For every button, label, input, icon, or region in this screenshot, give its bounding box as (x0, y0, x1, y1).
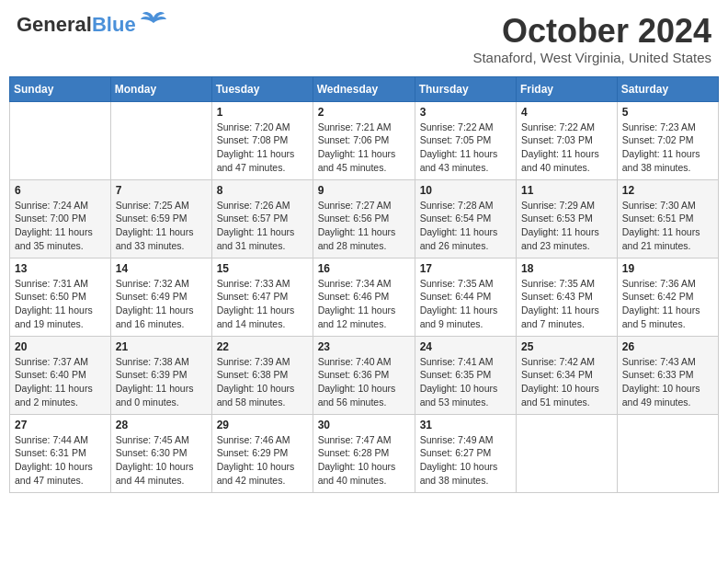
day-number: 7 (116, 184, 207, 197)
day-info: Sunrise: 7:46 AM Sunset: 6:29 PM Dayligh… (217, 433, 308, 488)
day-number: 6 (15, 184, 106, 197)
calendar-cell: 30Sunrise: 7:47 AM Sunset: 6:28 PM Dayli… (313, 414, 415, 492)
day-info: Sunrise: 7:25 AM Sunset: 6:59 PM Dayligh… (116, 199, 207, 253)
day-number: 13 (15, 262, 106, 275)
calendar-cell: 31Sunrise: 7:49 AM Sunset: 6:27 PM Dayli… (415, 414, 516, 492)
calendar-day-header: Saturday (617, 76, 718, 101)
day-info: Sunrise: 7:31 AM Sunset: 6:50 PM Dayligh… (15, 277, 106, 331)
calendar-week-row: 1Sunrise: 7:20 AM Sunset: 7:08 PM Daylig… (10, 101, 719, 179)
page-header: GeneralBlue October 2024 Stanaford, West… (9, 9, 719, 69)
day-number: 12 (622, 184, 713, 197)
day-info: Sunrise: 7:21 AM Sunset: 7:06 PM Dayligh… (318, 121, 410, 175)
calendar-cell: 8Sunrise: 7:26 AM Sunset: 6:57 PM Daylig… (211, 179, 313, 258)
calendar-cell: 11Sunrise: 7:29 AM Sunset: 6:53 PM Dayli… (517, 179, 618, 258)
calendar-cell: 10Sunrise: 7:28 AM Sunset: 6:54 PM Dayli… (415, 179, 516, 258)
calendar-cell (10, 101, 111, 179)
day-info: Sunrise: 7:37 AM Sunset: 6:40 PM Dayligh… (15, 355, 106, 409)
calendar-cell: 7Sunrise: 7:25 AM Sunset: 6:59 PM Daylig… (110, 179, 211, 258)
day-info: Sunrise: 7:47 AM Sunset: 6:28 PM Dayligh… (318, 433, 410, 488)
day-info: Sunrise: 7:29 AM Sunset: 6:53 PM Dayligh… (521, 199, 612, 253)
day-number: 8 (217, 184, 308, 197)
day-number: 17 (420, 262, 511, 275)
calendar-cell: 12Sunrise: 7:30 AM Sunset: 6:51 PM Dayli… (617, 179, 718, 258)
day-number: 31 (420, 419, 511, 431)
day-number: 23 (318, 340, 410, 353)
day-number: 29 (217, 419, 308, 431)
calendar-cell (517, 414, 618, 492)
calendar-cell: 2Sunrise: 7:21 AM Sunset: 7:06 PM Daylig… (313, 101, 415, 179)
calendar-cell (617, 414, 718, 492)
calendar-cell: 17Sunrise: 7:35 AM Sunset: 6:44 PM Dayli… (415, 258, 516, 336)
day-number: 27 (15, 419, 106, 431)
day-number: 19 (622, 262, 713, 275)
calendar-week-row: 13Sunrise: 7:31 AM Sunset: 6:50 PM Dayli… (10, 258, 719, 336)
calendar-cell: 4Sunrise: 7:22 AM Sunset: 7:03 PM Daylig… (517, 101, 618, 179)
calendar-cell: 16Sunrise: 7:34 AM Sunset: 6:46 PM Dayli… (313, 258, 415, 336)
calendar-cell: 25Sunrise: 7:42 AM Sunset: 6:34 PM Dayli… (517, 336, 618, 414)
title-section: October 2024 Stanaford, West Virginia, U… (472, 13, 711, 65)
day-info: Sunrise: 7:35 AM Sunset: 6:44 PM Dayligh… (420, 277, 511, 331)
calendar-cell: 15Sunrise: 7:33 AM Sunset: 6:47 PM Dayli… (211, 258, 313, 336)
day-number: 26 (622, 340, 713, 353)
day-info: Sunrise: 7:35 AM Sunset: 6:43 PM Dayligh… (521, 277, 612, 331)
calendar-cell: 24Sunrise: 7:41 AM Sunset: 6:35 PM Dayli… (415, 336, 516, 414)
day-info: Sunrise: 7:43 AM Sunset: 6:33 PM Dayligh… (622, 355, 713, 409)
logo-bird-icon (141, 10, 166, 30)
calendar-header-row: SundayMondayTuesdayWednesdayThursdayFrid… (10, 76, 719, 101)
calendar-cell: 3Sunrise: 7:22 AM Sunset: 7:05 PM Daylig… (415, 101, 516, 179)
calendar-cell: 6Sunrise: 7:24 AM Sunset: 7:00 PM Daylig… (10, 179, 111, 258)
day-info: Sunrise: 7:22 AM Sunset: 7:05 PM Dayligh… (420, 121, 511, 175)
day-number: 22 (217, 340, 308, 353)
logo: GeneralBlue (17, 13, 166, 37)
day-number: 20 (15, 340, 106, 353)
day-info: Sunrise: 7:42 AM Sunset: 6:34 PM Dayligh… (521, 355, 612, 409)
day-number: 3 (420, 106, 511, 119)
calendar-day-header: Tuesday (211, 76, 313, 101)
calendar-day-header: Wednesday (313, 76, 415, 101)
calendar-week-row: 20Sunrise: 7:37 AM Sunset: 6:40 PM Dayli… (10, 336, 719, 414)
calendar-cell: 28Sunrise: 7:45 AM Sunset: 6:30 PM Dayli… (110, 414, 211, 492)
calendar-cell: 23Sunrise: 7:40 AM Sunset: 6:36 PM Dayli… (313, 336, 415, 414)
day-info: Sunrise: 7:40 AM Sunset: 6:36 PM Dayligh… (318, 355, 410, 409)
day-number: 10 (420, 184, 511, 197)
day-info: Sunrise: 7:22 AM Sunset: 7:03 PM Dayligh… (521, 121, 612, 175)
calendar-day-header: Friday (517, 76, 618, 101)
day-number: 2 (318, 106, 410, 119)
location-title: Stanaford, West Virginia, United States (472, 50, 711, 65)
day-info: Sunrise: 7:44 AM Sunset: 6:31 PM Dayligh… (15, 433, 106, 488)
day-number: 1 (217, 106, 308, 119)
day-info: Sunrise: 7:49 AM Sunset: 6:27 PM Dayligh… (420, 433, 511, 488)
day-info: Sunrise: 7:27 AM Sunset: 6:56 PM Dayligh… (318, 199, 410, 253)
day-info: Sunrise: 7:39 AM Sunset: 6:38 PM Dayligh… (217, 355, 308, 409)
day-number: 28 (116, 419, 207, 431)
day-number: 14 (116, 262, 207, 275)
day-number: 24 (420, 340, 511, 353)
calendar-cell: 5Sunrise: 7:23 AM Sunset: 7:02 PM Daylig… (617, 101, 718, 179)
month-title: October 2024 (472, 13, 711, 50)
calendar-cell: 20Sunrise: 7:37 AM Sunset: 6:40 PM Dayli… (10, 336, 111, 414)
day-number: 5 (622, 106, 713, 119)
day-number: 11 (521, 184, 612, 197)
day-info: Sunrise: 7:26 AM Sunset: 6:57 PM Dayligh… (217, 199, 308, 253)
day-info: Sunrise: 7:30 AM Sunset: 6:51 PM Dayligh… (622, 199, 713, 253)
day-info: Sunrise: 7:36 AM Sunset: 6:42 PM Dayligh… (622, 277, 713, 331)
calendar-cell: 13Sunrise: 7:31 AM Sunset: 6:50 PM Dayli… (10, 258, 111, 336)
day-number: 25 (521, 340, 612, 353)
calendar-cell: 19Sunrise: 7:36 AM Sunset: 6:42 PM Dayli… (617, 258, 718, 336)
day-number: 15 (217, 262, 308, 275)
day-number: 30 (318, 419, 410, 431)
day-info: Sunrise: 7:33 AM Sunset: 6:47 PM Dayligh… (217, 277, 308, 331)
day-info: Sunrise: 7:20 AM Sunset: 7:08 PM Dayligh… (217, 121, 308, 175)
calendar-cell: 27Sunrise: 7:44 AM Sunset: 6:31 PM Dayli… (10, 414, 111, 492)
day-number: 18 (521, 262, 612, 275)
calendar-cell: 9Sunrise: 7:27 AM Sunset: 6:56 PM Daylig… (313, 179, 415, 258)
calendar-day-header: Monday (110, 76, 211, 101)
day-number: 21 (116, 340, 207, 353)
day-info: Sunrise: 7:28 AM Sunset: 6:54 PM Dayligh… (420, 199, 511, 253)
calendar-cell: 21Sunrise: 7:38 AM Sunset: 6:39 PM Dayli… (110, 336, 211, 414)
calendar-table: SundayMondayTuesdayWednesdayThursdayFrid… (9, 76, 719, 493)
day-number: 9 (318, 184, 410, 197)
calendar-cell: 29Sunrise: 7:46 AM Sunset: 6:29 PM Dayli… (211, 414, 313, 492)
calendar-cell: 26Sunrise: 7:43 AM Sunset: 6:33 PM Dayli… (617, 336, 718, 414)
day-info: Sunrise: 7:45 AM Sunset: 6:30 PM Dayligh… (116, 433, 207, 488)
